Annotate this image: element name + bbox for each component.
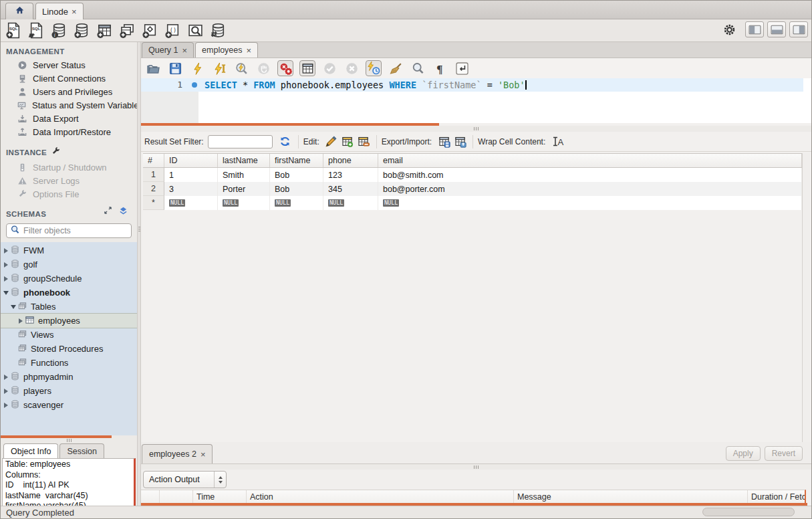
sidebar-item-users-and-privileges[interactable]: Users and Privileges [1,85,137,98]
schema-filter-input[interactable] [23,226,124,235]
tab-object-info[interactable]: Object Info [3,443,58,458]
output-column-message[interactable]: Message [514,490,748,503]
collapsed-arrow-icon[interactable] [2,248,10,253]
grid-cell[interactable]: NULL [270,196,323,210]
tree-node-fwm[interactable]: FWM [1,243,137,257]
commit-icon[interactable] [321,60,337,76]
row-number-cell[interactable]: * [143,196,164,210]
output-column-time[interactable]: Time [193,490,247,503]
export-recordset-icon[interactable] [436,134,452,149]
clean-sql-icon[interactable] [388,60,404,76]
sidebar-splitter[interactable] [1,438,137,443]
create-view-icon[interactable] [118,21,136,39]
sidebar-item-options-file[interactable]: Options File [1,187,137,201]
new-sql-tab-icon[interactable]: SQL [5,21,23,39]
grid-cell[interactable]: Bob [270,182,323,196]
create-procedure-icon[interactable] [141,21,159,39]
sidebar-item-startup-shutdown[interactable]: Startup / Shutdown [1,161,137,174]
limit-rows-icon[interactable] [299,60,315,76]
collapsed-arrow-icon[interactable] [2,276,10,282]
grid-cell[interactable]: 123 [323,168,378,182]
apply-button[interactable]: Apply [726,446,761,461]
import-records-icon[interactable] [452,134,468,149]
collapsed-arrow-icon[interactable] [17,318,25,324]
tree-node-groupschedule[interactable]: groupSchedule [1,272,137,286]
sidebar-item-data-import-restore[interactable]: Data Import/Restore [1,125,137,138]
result-set-tab[interactable]: employees 2 × [142,444,213,463]
tree-node-tables[interactable]: Tables [1,300,137,314]
grid-cell[interactable]: 3 [164,182,218,196]
grid-placeholder-row[interactable]: *NULLNULLNULLNULLNULL [143,196,802,210]
tree-node-golf[interactable]: golf [1,257,137,272]
search-table-data-icon[interactable] [186,21,205,39]
tree-node-views[interactable]: Views [1,328,137,342]
revert-button[interactable]: Revert [765,446,803,461]
output-column-blank[interactable] [141,490,160,503]
grid-cell[interactable]: Smith [218,168,270,182]
column-header-ID[interactable]: ID [164,154,218,167]
find-icon[interactable] [410,60,426,76]
column-header-lastName[interactable]: lastName [218,154,270,167]
tree-node-phpmyadmin[interactable]: phpmyadmin [1,370,137,384]
tab-session[interactable]: Session [59,443,104,458]
open-file-icon[interactable] [145,60,161,76]
wrap-cell-content-icon[interactable]: A [549,134,565,149]
expanded-arrow-icon[interactable] [9,305,17,309]
grid-cell[interactable]: bob@smith.com [378,168,802,182]
tree-node-employees[interactable]: employees [1,314,137,328]
show-invisibles-icon[interactable]: ¶ [432,60,448,76]
tree-node-functions[interactable]: Functions [1,356,137,370]
save-icon[interactable] [167,60,183,76]
sql-statement[interactable]: SELECT * FROM phonebook.employees WHERE … [205,78,527,92]
grid-cell[interactable]: 1 [164,168,218,182]
toggle-right-panel-icon[interactable] [789,21,808,37]
wrap-text-icon[interactable] [454,60,470,76]
grid-row[interactable]: 23PorterBob345bob@porter.com [143,182,802,196]
schema-inspector-icon[interactable]: i [50,21,68,39]
connection-tab[interactable]: Linode × [35,3,84,19]
toggle-autocommit-icon[interactable] [366,60,382,76]
add-row-icon[interactable] [340,134,356,149]
output-selector[interactable]: Action Output [143,471,227,488]
column-header-firstName[interactable]: firstName [270,154,323,167]
close-icon[interactable]: × [247,46,252,55]
grid-cell[interactable]: NULL [378,196,802,210]
schema-filter[interactable] [6,223,132,238]
sidebar-item-status-and-system-variables[interactable]: Status and System Variables [1,98,137,112]
refresh-grid-icon[interactable] [277,134,293,149]
sidebar-item-data-export[interactable]: Data Export [1,112,137,125]
grid-cell[interactable]: 345 [323,182,378,196]
row-number-cell[interactable]: 1 [143,168,164,182]
collapsed-arrow-icon[interactable] [2,375,10,380]
rollback-icon[interactable] [344,60,360,76]
grid-cell[interactable]: NULL [218,196,270,210]
collapsed-arrow-icon[interactable] [2,262,10,268]
expanded-arrow-icon[interactable] [2,291,10,295]
editor-tab-employees[interactable]: employees× [195,42,258,58]
grid-cell[interactable]: NULL [164,196,218,210]
collapsed-arrow-icon[interactable] [2,403,10,408]
grid-cell[interactable]: bob@porter.com [378,182,802,196]
tree-node-stored-procedures[interactable]: Stored Procedures [1,342,137,356]
close-icon[interactable]: × [72,7,77,16]
output-column-blank[interactable] [160,490,193,503]
toggle-bottom-panel-icon[interactable] [767,21,786,37]
sidebar-item-server-logs[interactable]: Server Logs [1,174,137,187]
grid-cell[interactable]: Bob [270,168,323,182]
create-schema-icon[interactable] [73,21,91,39]
expand-panel-icon[interactable] [104,206,112,216]
reconnect-dbms-icon[interactable] [209,21,227,39]
editor-tab-query-1[interactable]: Query 1× [142,42,194,58]
delete-row-icon[interactable] [356,134,372,149]
tree-node-phonebook[interactable]: phonebook [1,286,137,300]
tree-node-players[interactable]: players [1,384,137,398]
grid-vertical-scrollbar[interactable] [802,153,810,442]
explain-icon[interactable] [233,60,249,76]
output-column-duration-fetch[interactable]: Duration / Fetch [748,490,806,503]
create-function-icon[interactable]: () [164,21,182,39]
grid-cell[interactable]: NULL [323,196,378,210]
sql-editor[interactable]: 1 SELECT * FROM phonebook.employees WHER… [141,78,811,123]
grid-cell[interactable]: Porter [218,182,270,196]
toggle-left-panel-icon[interactable] [745,21,764,37]
result-set-filter-input[interactable] [208,135,273,148]
